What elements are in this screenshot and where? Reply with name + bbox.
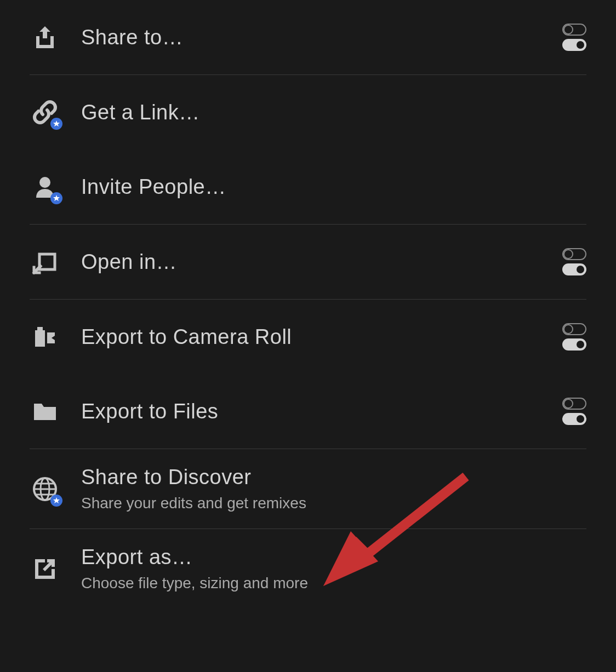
share-discover-menu-item[interactable]: Share to Discover Share your edits and g… [0, 449, 616, 529]
svg-point-0 [39, 177, 50, 188]
export-camera-roll-menu-item[interactable]: Export to Camera Roll [0, 300, 616, 374]
export-as-menu-item[interactable]: Export as… Choose file type, sizing and … [0, 529, 616, 608]
open-in-icon [30, 246, 60, 277]
export-icon [30, 554, 60, 584]
toggle-off [562, 323, 586, 335]
globe-icon [30, 474, 60, 504]
toggle-group[interactable] [562, 323, 586, 351]
menu-item-label: Export as… [81, 545, 586, 569]
toggle-group[interactable] [562, 398, 586, 425]
open-in-menu-item[interactable]: Open in… [0, 225, 616, 299]
star-badge-icon [50, 495, 62, 507]
share-icon [30, 22, 60, 53]
link-icon [30, 97, 60, 128]
folder-icon [30, 396, 60, 427]
menu-item-label: Invite People… [81, 175, 586, 199]
svg-rect-2 [37, 327, 43, 330]
star-badge-icon [50, 192, 62, 204]
menu-item-label: Share to Discover [81, 466, 586, 489]
menu-item-subtitle: Share your edits and get remixes [81, 495, 586, 512]
share-to-menu-item[interactable]: Share to… [0, 0, 616, 74]
invite-people-menu-item[interactable]: Invite People… [0, 150, 616, 224]
menu-item-label: Export to Files [81, 400, 562, 423]
menu-item-subtitle: Choose file type, sizing and more [81, 575, 586, 592]
toggle-on [562, 263, 586, 275]
toggle-off [562, 398, 586, 410]
toggle-on [562, 413, 586, 425]
toggle-on [562, 338, 586, 351]
toggle-group[interactable] [562, 248, 586, 275]
get-link-menu-item[interactable]: Get a Link… [0, 75, 616, 150]
menu-item-label: Open in… [81, 250, 562, 274]
star-badge-icon [50, 118, 62, 130]
export-files-menu-item[interactable]: Export to Files [0, 374, 616, 449]
share-menu: Share to… Get a Link… [0, 0, 616, 608]
svg-rect-1 [35, 330, 45, 347]
menu-item-label: Get a Link… [81, 101, 586, 124]
toggle-off [562, 24, 586, 36]
person-icon [30, 171, 60, 202]
menu-item-label: Export to Camera Roll [81, 325, 562, 349]
camera-roll-icon [30, 321, 60, 352]
menu-item-label: Share to… [81, 26, 562, 49]
toggle-on [562, 39, 586, 51]
toggle-group[interactable] [562, 24, 586, 51]
toggle-off [562, 248, 586, 260]
